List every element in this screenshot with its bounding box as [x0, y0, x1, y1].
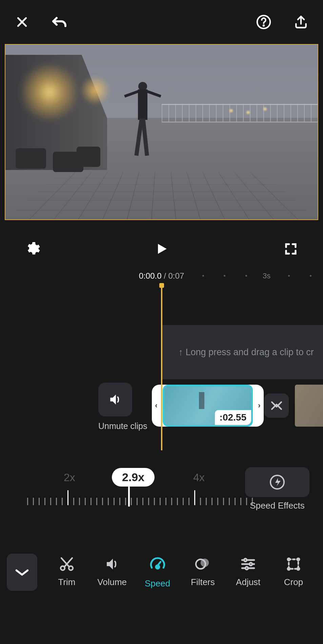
crop-icon	[285, 556, 302, 572]
close-icon	[15, 15, 29, 29]
svg-point-15	[297, 567, 299, 570]
help-icon	[256, 14, 271, 30]
svg-point-9	[249, 563, 252, 565]
speedometer-icon	[149, 556, 166, 574]
help-button[interactable]	[255, 14, 272, 30]
time-display: 0:00.0 / 0:07	[139, 271, 184, 281]
export-icon	[294, 14, 308, 30]
speaker-icon	[108, 392, 123, 407]
preview-controls	[0, 220, 323, 267]
tool-adjust-label: Adjust	[236, 577, 260, 587]
scissors-icon	[59, 556, 75, 572]
unmute-clips: Unmute clips	[98, 383, 147, 431]
video-editor-screen: 0:00.0 / 0:07 3s ↑ Long press and drag a…	[0, 0, 323, 644]
playhead[interactable]	[161, 284, 162, 450]
filters-icon	[195, 556, 211, 572]
settings-button[interactable]	[24, 240, 41, 257]
video-preview[interactable]	[5, 44, 318, 220]
top-bar-left	[14, 14, 68, 30]
bolt-icon	[269, 474, 285, 490]
speed-marker-2x: 2x	[64, 471, 75, 484]
speed-effects-label: Speed Effects	[245, 500, 309, 511]
trim-handle-left-icon: ‹	[152, 401, 161, 410]
svg-point-10	[245, 567, 248, 570]
time-ruler: 0:00.0 / 0:07 3s	[0, 267, 323, 284]
svg-point-1	[263, 25, 264, 26]
tool-list: Trim Volume Speed Filters Adjust Crop	[44, 556, 316, 589]
svg-rect-11	[289, 559, 298, 569]
tool-adjust[interactable]: Adjust	[226, 556, 270, 589]
time-mark-3s: 3s	[263, 272, 270, 280]
speed-cursor[interactable]	[128, 486, 130, 507]
speed-slider[interactable]: 2x 4x 2.9x	[27, 469, 264, 510]
tool-crop[interactable]: Crop	[271, 556, 316, 589]
top-bar	[0, 0, 323, 41]
tool-filters[interactable]: Filters	[181, 556, 225, 589]
speed-marker-4x: 4x	[193, 471, 205, 484]
export-button[interactable]	[292, 14, 309, 30]
transition-icon	[269, 399, 284, 413]
play-icon	[154, 241, 169, 256]
speed-ticks	[27, 489, 264, 505]
speed-effects: Speed Effects	[245, 467, 309, 511]
clip-duration: :02.55	[215, 410, 251, 425]
collapse-panel-button[interactable]	[7, 554, 37, 591]
preview-subject	[131, 82, 155, 160]
overlay-hint: ↑ Long press and drag a clip to cr	[179, 347, 314, 358]
volume-icon	[104, 556, 120, 572]
trim-handle-right-icon: ›	[255, 401, 264, 410]
speed-effects-button[interactable]	[245, 467, 309, 497]
svg-point-12	[288, 558, 290, 560]
tool-trim[interactable]: Trim	[45, 556, 89, 589]
sliders-icon	[240, 556, 256, 572]
chevron-down-icon	[15, 568, 29, 576]
tool-volume-label: Volume	[97, 577, 127, 587]
undo-icon	[51, 15, 67, 29]
tool-crop-label: Crop	[284, 577, 303, 587]
gear-icon	[24, 241, 40, 257]
speed-panel: 2x 4x 2.9x Speed Effects	[0, 457, 323, 542]
unmute-label: Unmute clips	[98, 421, 147, 431]
time-current: 0:00.0	[139, 271, 162, 280]
top-bar-right	[255, 14, 309, 30]
svg-point-13	[297, 558, 299, 560]
tool-speed[interactable]: Speed	[136, 556, 180, 589]
tool-filters-label: Filters	[191, 577, 215, 587]
speed-current-value: 2.9x	[112, 468, 155, 487]
transition-button[interactable]	[264, 393, 289, 418]
fullscreen-icon	[284, 242, 298, 256]
clip-next[interactable]	[295, 385, 323, 427]
play-button[interactable]	[153, 240, 170, 257]
tool-speed-label: Speed	[145, 578, 170, 589]
timeline[interactable]: 0:00.0 / 0:07 3s ↑ Long press and drag a…	[0, 267, 323, 457]
tool-volume[interactable]: Volume	[90, 556, 134, 589]
svg-point-14	[288, 567, 290, 570]
clip-selected[interactable]: :02.55	[163, 385, 253, 427]
fullscreen-button[interactable]	[282, 240, 299, 257]
tool-trim-label: Trim	[58, 577, 75, 587]
close-button[interactable]	[14, 14, 31, 30]
time-total: 0:07	[168, 271, 184, 280]
svg-point-8	[244, 559, 247, 561]
unmute-button[interactable]	[98, 383, 132, 416]
overlay-track[interactable]: ↑ Long press and drag a clip to cr	[162, 325, 323, 379]
bottom-toolbar: Trim Volume Speed Filters Adjust Crop	[0, 542, 323, 603]
undo-button[interactable]	[51, 14, 68, 30]
svg-point-7	[201, 559, 208, 566]
